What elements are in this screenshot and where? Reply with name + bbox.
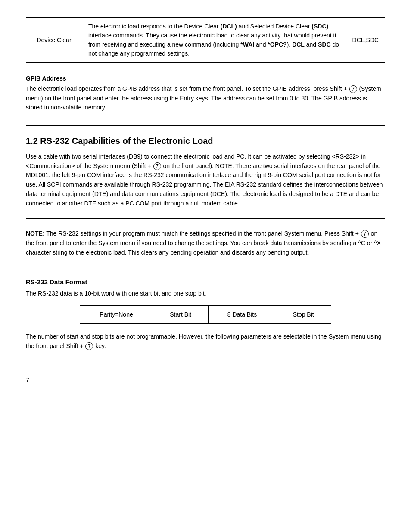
section-divider-1: [26, 125, 385, 126]
device-clear-description: The electronic load responds to the Devi…: [82, 18, 346, 63]
circle-7-icon: 7: [349, 85, 357, 93]
section-divider-2: [26, 218, 385, 219]
rs232-heading: 1.2 RS-232 Capabilities of the Electroni…: [26, 136, 385, 146]
circle-7-icon-4: 7: [85, 342, 93, 350]
device-clear-table: Device Clear The electronic load respond…: [26, 17, 385, 63]
data-format-intro: The RS-232 data is a 10-bit word with on…: [26, 289, 385, 299]
section-divider-3: [26, 268, 385, 268]
table-col-start-bit: Start Bit: [153, 305, 208, 323]
note-label: NOTE:: [26, 230, 45, 237]
gpib-body: The electronic load operates from a GPIB…: [26, 84, 385, 112]
device-clear-label: Device Clear: [26, 18, 82, 63]
data-format-table: Parity=None Start Bit 8 Data Bits Stop B…: [80, 305, 331, 324]
closing-text: The number of start and stop bits are no…: [26, 332, 385, 351]
gpib-heading: GPIB Address: [26, 75, 385, 82]
data-format-section: RS-232 Data Format The RS-232 data is a …: [26, 278, 385, 351]
circle-7-icon-3: 7: [361, 230, 369, 238]
data-format-heading: RS-232 Data Format: [26, 278, 385, 286]
table-col-parity: Parity=None: [80, 305, 153, 323]
circle-7-icon-2: 7: [153, 162, 161, 170]
table-col-data-bits: 8 Data Bits: [209, 305, 276, 323]
note-section: NOTE: The RS-232 settings in your progra…: [26, 229, 385, 257]
page-content: Device Clear The electronic load respond…: [26, 17, 385, 383]
page-number: 7: [26, 376, 385, 383]
gpib-section: GPIB Address The electronic load operate…: [26, 75, 385, 112]
rs232-body: Use a cable with two serial interfaces (…: [26, 152, 385, 208]
table-col-stop-bit: Stop Bit: [276, 305, 331, 323]
device-clear-code: DCL,SDC: [346, 18, 385, 63]
